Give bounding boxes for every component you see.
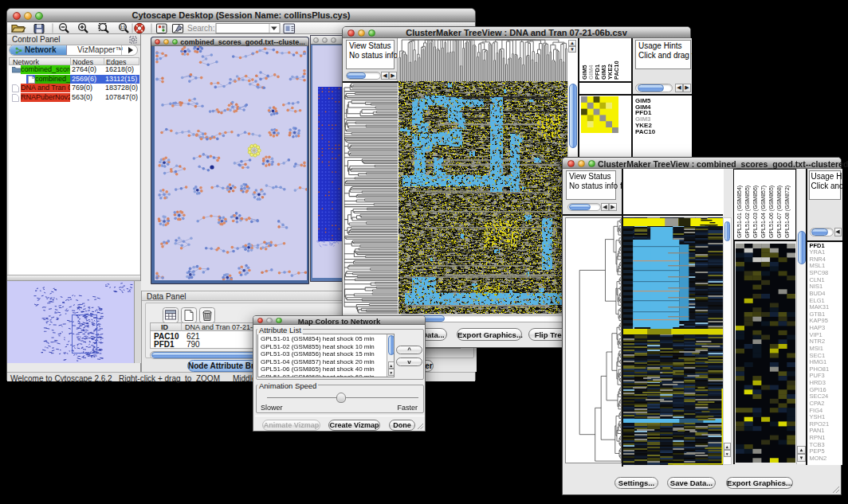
svg-text:Search:: Search: [187,24,214,33]
svg-text:1:1: 1:1 [120,25,126,29]
